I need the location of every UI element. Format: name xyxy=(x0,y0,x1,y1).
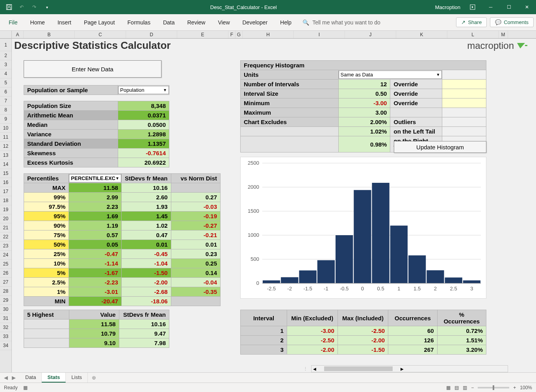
row-header[interactable]: 28 xyxy=(0,287,11,296)
row-header[interactable]: 26 xyxy=(0,269,11,278)
hist-override-input[interactable] xyxy=(442,98,486,108)
pop-sample-dropdown[interactable]: Population▼ xyxy=(118,86,169,94)
row-header[interactable]: 23 xyxy=(0,242,11,251)
ribbon-tab-insert[interactable]: Insert xyxy=(51,15,78,30)
sheet-tab-lists[interactable]: Lists xyxy=(66,373,88,383)
row-header[interactable]: 9 xyxy=(0,115,11,124)
minimize-icon[interactable]: ─ xyxy=(482,1,500,13)
comments-button[interactable]: 💬Comments xyxy=(490,17,534,27)
pct-value: 0.57 xyxy=(69,230,122,240)
ribbon-tab-view[interactable]: View xyxy=(211,15,236,30)
row-header[interactable]: 16 xyxy=(0,178,11,187)
ribbon-tab-page-layout[interactable]: Page Layout xyxy=(78,15,121,30)
split-handle-icon[interactable]: ⋮ xyxy=(303,366,308,372)
zoom-slider[interactable] xyxy=(478,387,509,388)
row-header[interactable]: 20 xyxy=(0,214,11,223)
zoom-level[interactable]: 100% xyxy=(520,385,532,390)
ribbon-options-icon[interactable] xyxy=(464,1,482,13)
col-header[interactable]: E xyxy=(177,31,228,38)
enter-new-data-button[interactable]: Enter New Data xyxy=(24,60,161,78)
row-header[interactable]: 18 xyxy=(0,196,11,205)
col-header[interactable]: D xyxy=(126,31,177,38)
redo-icon[interactable]: ↷ xyxy=(29,2,39,12)
row-header[interactable]: 21 xyxy=(0,223,11,232)
percentile-func-dropdown[interactable]: PERCENTILE.EXC▼ xyxy=(69,174,121,182)
ribbon-tab-review[interactable]: Review xyxy=(181,15,212,30)
units-dropdown[interactable]: Same as Data▼ xyxy=(339,71,442,79)
ribbon-tab-developer[interactable]: Developer xyxy=(236,15,274,30)
row-header[interactable]: 2 xyxy=(0,51,11,60)
row-header[interactable]: 31 xyxy=(0,314,11,323)
row-header[interactable]: 14 xyxy=(0,160,11,169)
col-header[interactable]: L xyxy=(447,31,499,38)
row-header[interactable]: 17 xyxy=(0,187,11,196)
sheet-tab-stats[interactable]: Stats xyxy=(42,373,66,383)
view-page-icon[interactable]: ▤ xyxy=(454,385,459,390)
col-header[interactable]: K xyxy=(396,31,447,38)
add-sheet-button[interactable]: ⊕ xyxy=(88,375,100,381)
ribbon-tab-formulas[interactable]: Formulas xyxy=(121,15,157,30)
user-name[interactable]: Macroption xyxy=(435,4,460,10)
row-header[interactable]: 6 xyxy=(0,87,11,97)
row-header[interactable]: 24 xyxy=(0,251,11,260)
col-header[interactable]: F xyxy=(228,31,236,38)
ribbon-tab-file[interactable]: File xyxy=(2,15,24,30)
save-icon[interactable] xyxy=(4,2,14,12)
ribbon-tab-help[interactable]: Help xyxy=(274,15,298,30)
sheet-tab-data[interactable]: Data xyxy=(20,373,42,383)
col-header[interactable]: I xyxy=(294,31,345,38)
row-header[interactable]: 3 xyxy=(0,60,11,69)
view-break-icon[interactable]: ▥ xyxy=(463,385,467,390)
row-header[interactable]: 15 xyxy=(0,169,11,178)
scroll-left-icon[interactable]: ◀ xyxy=(312,367,318,371)
row-header[interactable]: 12 xyxy=(0,142,11,151)
col-header[interactable]: M xyxy=(499,31,508,38)
ribbon-tab-home[interactable]: Home xyxy=(24,15,51,30)
tab-nav-next-icon[interactable]: ▶ xyxy=(12,375,16,381)
row-header[interactable]: 1 xyxy=(0,39,11,51)
row-header[interactable]: 11 xyxy=(0,133,11,142)
row-header[interactable]: 30 xyxy=(0,305,11,314)
row-header[interactable]: 8 xyxy=(0,106,11,115)
view-normal-icon[interactable]: ▦ xyxy=(446,385,451,390)
undo-icon[interactable]: ↶ xyxy=(17,2,27,12)
tab-nav-prev-icon[interactable]: ◀ xyxy=(4,375,8,381)
row-header[interactable]: 19 xyxy=(0,205,11,214)
row-header[interactable]: 33 xyxy=(0,332,11,341)
row-header[interactable]: 13 xyxy=(0,151,11,160)
qat-customize-icon[interactable]: ▾ xyxy=(42,2,52,12)
row-headers[interactable]: 1234567891011121314151617181920212223242… xyxy=(0,31,12,372)
col-header[interactable]: H xyxy=(243,31,294,38)
row-header[interactable]: 4 xyxy=(0,69,11,78)
row-header[interactable]: 27 xyxy=(0,278,11,287)
spreadsheet-grid[interactable]: Descriptive Statistics Calculator macrop… xyxy=(12,39,536,372)
row-header[interactable]: 22 xyxy=(0,232,11,242)
scroll-right-icon[interactable]: ▶ xyxy=(399,367,405,371)
col-header[interactable]: B xyxy=(24,31,75,38)
share-button[interactable]: ↗Share xyxy=(456,17,487,27)
ribbon-tab-data[interactable]: Data xyxy=(157,15,181,30)
col-header[interactable]: A xyxy=(12,31,24,38)
row-header[interactable]: 25 xyxy=(0,260,11,269)
maximize-icon[interactable]: ☐ xyxy=(500,1,518,13)
col-header[interactable]: C xyxy=(75,31,126,38)
sheet-scrollbar[interactable]: ◀ ▶ xyxy=(311,365,508,372)
macro-recorder-icon[interactable]: ▦ xyxy=(23,385,28,390)
hist-override-input[interactable] xyxy=(442,89,486,98)
row-header[interactable]: 32 xyxy=(0,323,11,332)
int-occ: 126 xyxy=(388,336,437,345)
search-box[interactable]: 🔍 Tell me what you want to do xyxy=(302,19,453,26)
row-header[interactable]: 34 xyxy=(0,341,11,350)
hist-override-input[interactable] xyxy=(442,80,486,89)
row-header[interactable]: 29 xyxy=(0,296,11,305)
close-icon[interactable]: ✕ xyxy=(518,1,536,13)
zoom-in-icon[interactable]: + xyxy=(513,385,516,390)
row-header[interactable]: 10 xyxy=(0,124,11,133)
col-header[interactable]: G xyxy=(236,31,243,38)
row-header[interactable]: 5 xyxy=(0,78,11,87)
col-header[interactable]: J xyxy=(345,31,396,38)
row-header[interactable]: 7 xyxy=(0,97,11,106)
update-histogram-button[interactable]: Update Histogram xyxy=(394,141,486,153)
column-headers[interactable]: ABCDEFGHIJKLM xyxy=(12,31,536,39)
zoom-out-icon[interactable]: − xyxy=(471,385,474,390)
